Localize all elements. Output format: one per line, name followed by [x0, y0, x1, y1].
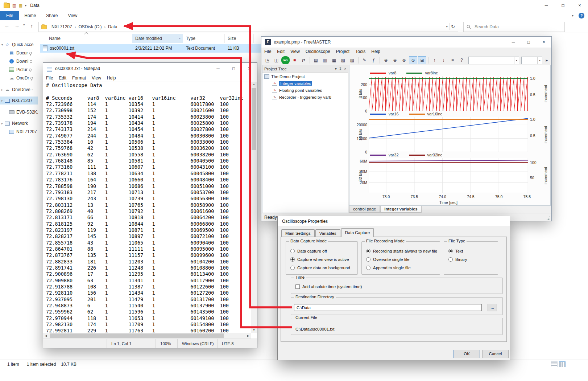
scrollbar-thumb[interactable] [50, 333, 224, 338]
sidebar-item-pictur[interactable]: Pictur [0, 66, 38, 74]
menu-view[interactable]: View [89, 74, 104, 82]
minimize-button[interactable]: ─ [506, 37, 521, 48]
breadcrumb-segment-nxl71207[interactable]: NXL71207 [50, 24, 74, 29]
ribbon-tab-share[interactable]: Share [41, 11, 63, 20]
column-header-date-modified[interactable]: Date modified▾ [132, 34, 183, 43]
clone-icon[interactable]: ▧ [339, 56, 347, 64]
resize-grip[interactable] [546, 216, 551, 220]
dialog-tab-variables[interactable]: Variables [315, 229, 340, 237]
copy-icon[interactable]: ▥ [321, 56, 329, 64]
radio-text[interactable]: Text [445, 247, 497, 255]
recent-locations-icon[interactable]: ▾ [23, 23, 25, 26]
dialog-tab-data-capture[interactable]: Data Capture [341, 228, 374, 237]
sidebar-item-evb-s32k1[interactable]: EVB-S32K1- [0, 108, 38, 116]
edit-variable-icon[interactable]: ✎ [360, 56, 369, 64]
ribbon-tab-file[interactable]: File [0, 11, 19, 20]
radio-recording-starts-always-to-new-file[interactable]: Recording starts always to new file [363, 247, 439, 255]
cancel-button[interactable]: Cancel [482, 350, 509, 358]
paste-icon[interactable]: ▦ [330, 56, 338, 64]
board-selector-dropdown[interactable]: ▾ [521, 57, 542, 64]
notepad-titlebar[interactable]: osc00001.txt - Notepad ─ □ × [43, 63, 257, 74]
sidebar-item-onedrive[interactable]: ▸☁OneDrive - [0, 86, 38, 94]
vertical-scrollbar[interactable]: ▲ ▼ [251, 82, 257, 333]
menu-project[interactable]: Project [333, 49, 352, 54]
sidebar-item-onedr[interactable]: ☁OneDr [0, 74, 38, 82]
destination-directory-input[interactable] [294, 304, 482, 311]
minimize-button[interactable]: ─ [210, 63, 226, 74]
save-project-icon[interactable]: ◫ [272, 56, 281, 64]
toolbar-options-icon[interactable]: ▸ [543, 56, 551, 64]
maximize-button[interactable]: □ [226, 63, 241, 74]
radio-overwrite-single-file[interactable]: Overwrite single file [363, 255, 439, 263]
menu-edit[interactable]: Edit [274, 49, 287, 54]
ribbon-tab-view[interactable]: View [63, 11, 82, 20]
scroll-down-icon[interactable]: ▼ [251, 327, 257, 333]
dialog-titlebar[interactable]: Oscilloscope Properties [278, 216, 510, 226]
menu-tools[interactable]: Tools [352, 49, 368, 54]
expand-ribbon-icon[interactable]: ▾ [572, 14, 573, 17]
scroll-up-icon[interactable]: ▲ [251, 82, 257, 87]
move-up-icon[interactable]: ↑ [430, 56, 439, 64]
minimize-button[interactable]: ─ [538, 0, 555, 11]
sidebar-item-nxl71207[interactable]: NXL71207 [0, 128, 38, 136]
radio-binary[interactable]: Binary [445, 255, 497, 263]
sidebar-item-docur[interactable]: ▤Docur [0, 49, 38, 57]
zoom-fit-icon[interactable]: ⊗ [400, 56, 408, 64]
filter-dropdown-icon[interactable]: ▾ [179, 34, 181, 43]
chevron-right-icon[interactable]: ▸ [0, 99, 4, 102]
column-header-size[interactable]: Size [225, 34, 254, 43]
address-dropdown-icon[interactable]: ▾ [446, 25, 448, 28]
dialog-tab-main-settings[interactable]: Main Settings [281, 229, 315, 237]
bottom-tab-integer-variables[interactable]: Integer variables [380, 206, 421, 213]
grid-icon[interactable]: ⊞ [418, 56, 426, 64]
notepad-text-area[interactable]: # Oscilloscope Data # Seconds var8 var8i… [43, 82, 251, 333]
maximize-button[interactable]: □ [521, 37, 536, 48]
ribbon-tab-home[interactable]: Home [19, 11, 41, 20]
menu-help[interactable]: Help [104, 74, 119, 82]
properties-shortcut-icon[interactable]: ▥ [12, 3, 16, 8]
move-down-icon[interactable]: ↓ [439, 56, 448, 64]
search-box[interactable] [463, 22, 565, 32]
menu-file[interactable]: File [261, 49, 274, 54]
forward-button[interactable]: → [15, 23, 20, 29]
ok-button[interactable]: OK [454, 350, 480, 358]
scroll-right-icon[interactable]: ▶ [245, 333, 251, 339]
chevron-down-icon[interactable]: ▾ [0, 43, 4, 46]
close-button[interactable]: × [241, 63, 257, 74]
sidebar-item-network[interactable]: ▸Network [0, 119, 38, 127]
up-button[interactable]: ↑ [30, 23, 33, 29]
bottom-tab-control-page[interactable]: control page [349, 206, 380, 213]
scrollbar-thumb[interactable] [252, 88, 256, 150]
horizontal-scrollbar[interactable]: ◀ ▶ [43, 333, 251, 339]
back-button[interactable]: ← [4, 23, 9, 29]
search-input[interactable] [474, 24, 555, 30]
symbols-icon[interactable]: ƒ [369, 56, 378, 64]
file-row[interactable]: osc00001.txt 2/3/2021 12:02 PM Text Docu… [40, 44, 262, 53]
new-folder-shortcut-icon[interactable]: ▩ [18, 3, 22, 8]
pin-icon[interactable]: ↧ [339, 67, 342, 71]
address-box[interactable]: NXL71207›OSDisk (C:)›Data ▾ ↻ [38, 22, 458, 32]
zoom-out-icon[interactable]: ⊖ [391, 56, 399, 64]
open-project-icon[interactable]: ◳ [263, 56, 272, 64]
panel-menu-icon[interactable]: ▾ [335, 67, 337, 71]
export-icon[interactable]: ▨ [348, 56, 356, 64]
maximize-button[interactable]: □ [555, 0, 571, 11]
chevron-right-icon[interactable]: ▸ [0, 122, 4, 125]
large-icons-view-icon[interactable] [559, 361, 566, 367]
menu-oscilloscope[interactable]: Oscilloscope [303, 49, 333, 54]
chevron-right-icon[interactable]: ▸ [0, 88, 4, 91]
sidebar-item-nxl71207[interactable]: ▸NXL71207 [0, 97, 38, 105]
details-view-icon[interactable] [551, 361, 558, 367]
breadcrumb-segment-data[interactable]: Data [107, 24, 119, 29]
column-header-name[interactable]: Name [40, 34, 132, 43]
column-header-type[interactable]: Type [183, 34, 225, 43]
close-button[interactable]: × [571, 0, 588, 11]
zoom-in-icon[interactable]: ⊕ [382, 56, 390, 64]
radio-append-to-single-file[interactable]: Append to single file [363, 263, 439, 272]
refresh-icon[interactable]: ↻ [451, 24, 458, 29]
reconnect-icon[interactable]: ⇄ [299, 56, 308, 64]
tree-item-recorder-triggered-by-var8[interactable]: ∿Recorder - triggered by var8 [262, 94, 348, 100]
tree-item-floating-point-variables[interactable]: ∿Floating point variables [262, 87, 348, 93]
stop-button[interactable]: ■ [290, 56, 299, 64]
help-icon[interactable]: ? [579, 13, 584, 19]
